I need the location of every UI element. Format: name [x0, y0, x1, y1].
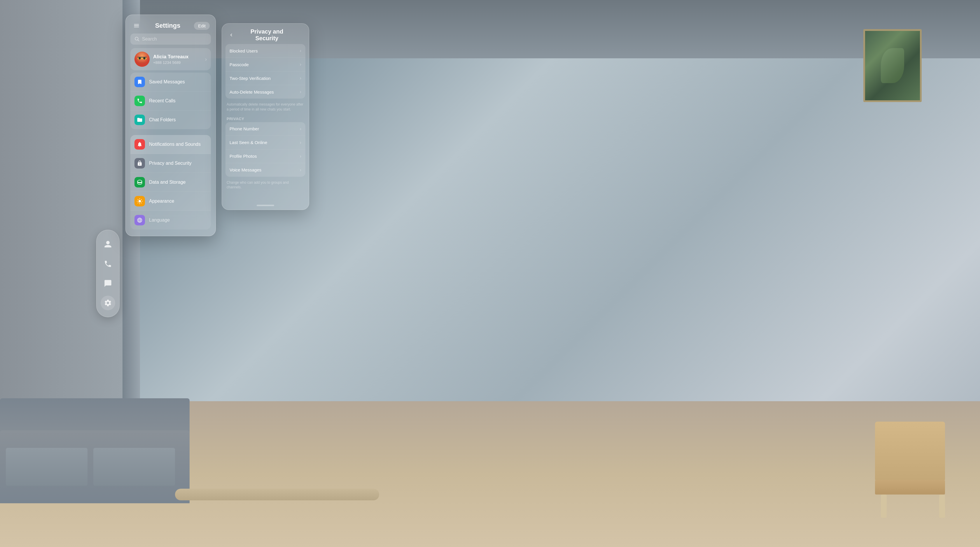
- sidebar-dock: [96, 230, 119, 317]
- two-step-chevron: ›: [300, 76, 301, 81]
- chat-folders-icon-bg: [134, 114, 145, 125]
- settings-header: Settings Edit: [126, 15, 216, 33]
- chat-icon: [104, 279, 112, 288]
- privacy-icon-bg: [134, 158, 145, 169]
- menu-section-settings: Notifications and Sounds Privacy and Sec…: [130, 135, 211, 229]
- picture-frame: [863, 29, 922, 102]
- appearance-label: Appearance: [149, 199, 207, 204]
- auto-delete-chevron: ›: [300, 89, 301, 94]
- search-icon: [134, 37, 140, 42]
- profile-phone: +888 1234 5689: [153, 60, 202, 65]
- privacy-label: Privacy and Security: [149, 161, 207, 166]
- avatar-image: [134, 52, 150, 67]
- voice-messages-sub-text: Change who can add you to groups and cha…: [222, 179, 309, 192]
- profile-photos-chevron: ›: [300, 154, 301, 159]
- svg-point-6: [138, 200, 141, 202]
- data-storage-label: Data and Storage: [149, 180, 207, 185]
- blocked-users-chevron: ›: [300, 48, 301, 53]
- back-chevron-icon: [228, 32, 234, 38]
- menu-item-appearance[interactable]: Appearance: [130, 192, 211, 211]
- language-icon-bg: [134, 215, 145, 226]
- privacy-item-passcode[interactable]: Passcode ›: [226, 58, 305, 72]
- privacy-item-auto-delete[interactable]: Auto-Delete Messages ›: [226, 85, 305, 99]
- dock-item-settings[interactable]: [100, 296, 115, 310]
- sidebar-toggle[interactable]: [132, 21, 142, 30]
- last-seen-chevron: ›: [300, 140, 301, 145]
- settings-panel: Settings Edit Search: [126, 14, 216, 236]
- privacy-item-phone[interactable]: Phone Number ›: [226, 122, 305, 136]
- dock-item-profile[interactable]: [100, 237, 115, 252]
- privacy-item-blocked-users[interactable]: Blocked Users ›: [226, 44, 305, 58]
- menu-separator-1: [126, 132, 216, 135]
- chair-seat: [875, 480, 945, 495]
- last-seen-label: Last Seen & Online: [229, 140, 267, 145]
- menu-item-language[interactable]: Language: [130, 211, 211, 229]
- privacy-panel-title: Privacy and Security: [239, 28, 295, 42]
- passcode-chevron: ›: [300, 62, 301, 67]
- svg-rect-5: [137, 57, 147, 57]
- privacy-item-voice-messages[interactable]: Voice Messages ›: [226, 163, 305, 177]
- menu-item-privacy[interactable]: Privacy and Security: [130, 154, 211, 173]
- edit-button[interactable]: Edit: [194, 22, 210, 30]
- profile-info: Alicia Torreaux +888 1234 5689: [153, 54, 202, 65]
- privacy-items-group: Phone Number › Last Seen & Online › Prof…: [226, 122, 305, 177]
- privacy-item-profile-photos[interactable]: Profile Photos ›: [226, 149, 305, 163]
- auto-delete-sub-text: Automatically delete messages for everyo…: [222, 101, 309, 114]
- back-button[interactable]: [227, 30, 236, 40]
- leaf-decoration: [881, 48, 904, 83]
- chair: [869, 401, 957, 518]
- saved-messages-icon-bg: [134, 77, 145, 87]
- profile-avatar: [134, 52, 150, 67]
- voice-messages-label: Voice Messages: [229, 167, 261, 172]
- menu-item-data-storage[interactable]: Data and Storage: [130, 173, 211, 192]
- coffee-table-top: [175, 489, 379, 500]
- bookmark-icon: [137, 79, 143, 85]
- menu-item-saved-messages[interactable]: Saved Messages: [130, 73, 211, 92]
- security-items-group: Blocked Users › Passcode › Two-Step Veri…: [226, 44, 305, 99]
- notifications-label: Notifications and Sounds: [149, 142, 207, 147]
- bell-icon: [137, 142, 143, 147]
- dock-item-chats[interactable]: [100, 276, 115, 291]
- sofa: [0, 393, 204, 503]
- chair-back: [875, 421, 945, 480]
- profile-row[interactable]: Alicia Torreaux +888 1234 5689 ›: [130, 48, 211, 70]
- svg-point-4: [143, 57, 146, 59]
- sofa-cushion-right: [93, 448, 175, 486]
- picture-content: [865, 31, 920, 100]
- appearance-icon: [137, 198, 143, 204]
- menu-item-chat-folders[interactable]: Chat Folders: [130, 111, 211, 129]
- gear-icon: [104, 299, 112, 307]
- privacy-item-two-step[interactable]: Two-Step Verification ›: [226, 72, 305, 85]
- language-label: Language: [149, 218, 207, 223]
- blocked-users-label: Blocked Users: [229, 48, 258, 53]
- phone-number-label: Phone Number: [229, 126, 259, 131]
- appearance-icon-bg: [134, 196, 145, 207]
- voice-messages-chevron: ›: [300, 167, 301, 173]
- data-icon: [137, 179, 143, 185]
- passcode-label: Passcode: [229, 62, 249, 67]
- chat-folders-label: Chat Folders: [149, 117, 207, 122]
- privacy-section-label: Privacy: [222, 114, 309, 122]
- search-placeholder: Search: [142, 37, 157, 42]
- chair-leg-left: [881, 495, 887, 518]
- language-icon: [137, 217, 143, 223]
- phone-icon: [104, 260, 112, 268]
- notifications-icon-bg: [134, 139, 145, 149]
- sidebar-icon: [133, 22, 140, 29]
- auto-delete-label: Auto-Delete Messages: [229, 89, 274, 94]
- profile-name: Alicia Torreaux: [153, 54, 202, 60]
- privacy-item-last-seen[interactable]: Last Seen & Online ›: [226, 136, 305, 149]
- menu-item-notifications[interactable]: Notifications and Sounds: [130, 135, 211, 154]
- scroll-indicator: [257, 205, 274, 206]
- svg-point-0: [134, 52, 150, 67]
- profile-chevron-icon: ›: [205, 56, 207, 62]
- recent-calls-label: Recent Calls: [149, 98, 207, 103]
- coffee-table: [175, 489, 379, 524]
- settings-title: Settings: [142, 22, 194, 29]
- privacy-panel: Privacy and Security Blocked Users › Pas…: [222, 23, 309, 210]
- search-bar[interactable]: Search: [130, 33, 211, 45]
- dock-item-calls[interactable]: [100, 257, 115, 271]
- svg-point-3: [138, 57, 141, 59]
- menu-item-recent-calls[interactable]: Recent Calls: [130, 92, 211, 111]
- chair-leg-right: [939, 495, 945, 518]
